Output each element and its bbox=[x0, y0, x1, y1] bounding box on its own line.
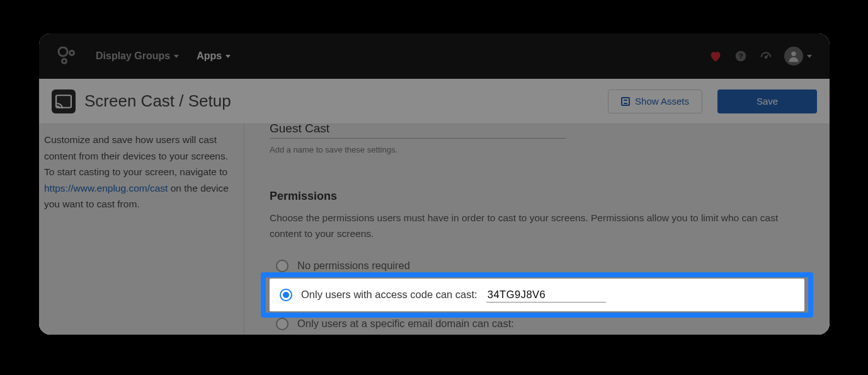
save-button[interactable]: Save bbox=[717, 89, 817, 113]
list-icon bbox=[621, 97, 630, 106]
avatar bbox=[784, 47, 803, 66]
permissions-description: Choose the permissions users must have i… bbox=[270, 211, 804, 242]
radio-icon bbox=[280, 289, 292, 301]
topbar: Display Groups Apps ? bbox=[39, 33, 830, 79]
name-helper-text: Add a name to save these settings. bbox=[270, 145, 804, 154]
help-icon[interactable]: ? bbox=[734, 49, 748, 63]
main-content: Add a name to save these settings. Permi… bbox=[244, 124, 830, 335]
dashboard-icon[interactable] bbox=[759, 49, 773, 63]
svg-point-1 bbox=[70, 51, 74, 55]
svg-point-2 bbox=[62, 59, 67, 64]
topbar-icons: ? bbox=[709, 47, 812, 66]
nav-apps-label: Apps bbox=[197, 50, 222, 62]
nav-display-groups[interactable]: Display Groups bbox=[96, 50, 179, 62]
logo bbox=[57, 47, 78, 66]
chevron-down-icon bbox=[807, 55, 812, 58]
access-code-input[interactable] bbox=[486, 287, 606, 303]
nav-apps[interactable]: Apps bbox=[197, 50, 231, 62]
settings-name-input[interactable] bbox=[270, 124, 566, 139]
svg-line-6 bbox=[766, 55, 768, 57]
show-assets-label: Show Assets bbox=[635, 96, 689, 107]
permission-option-label: Only users at a specific email domain ca… bbox=[297, 318, 514, 330]
save-label: Save bbox=[757, 96, 778, 107]
permission-option-none[interactable]: No permissions required bbox=[270, 253, 804, 279]
permission-option-email-domain[interactable]: Only users at a specific email domain ca… bbox=[270, 311, 804, 335]
svg-text:?: ? bbox=[738, 52, 743, 60]
radio-icon bbox=[276, 260, 288, 272]
radio-icon bbox=[276, 318, 288, 330]
user-menu[interactable] bbox=[784, 47, 812, 66]
show-assets-button[interactable]: Show Assets bbox=[608, 89, 702, 113]
permission-option-label: No permissions required bbox=[297, 260, 410, 272]
chevron-down-icon bbox=[226, 55, 231, 58]
subheader: Screen Cast / Setup Show Assets Save bbox=[39, 79, 830, 124]
permissions-title: Permissions bbox=[270, 190, 804, 203]
svg-point-7 bbox=[791, 52, 796, 56]
permissions-radio-group: No permissions required Only users with … bbox=[270, 253, 804, 335]
svg-point-0 bbox=[59, 47, 67, 56]
permission-option-label: Only users with access code can cast: bbox=[301, 289, 477, 301]
sidebar: Customize and save how users will cast c… bbox=[39, 124, 244, 335]
sidebar-help-text: Customize and save how users will cast c… bbox=[44, 132, 230, 212]
page-title: Screen Cast / Setup bbox=[84, 91, 231, 111]
heart-icon[interactable] bbox=[709, 49, 722, 63]
cast-link[interactable]: https://www.enplug.com/cast bbox=[44, 183, 168, 193]
chevron-down-icon bbox=[174, 55, 179, 58]
nav-display-groups-label: Display Groups bbox=[96, 50, 170, 62]
permission-option-access-code[interactable]: Only users with access code can cast: bbox=[270, 279, 804, 311]
screen-cast-icon bbox=[52, 89, 76, 113]
